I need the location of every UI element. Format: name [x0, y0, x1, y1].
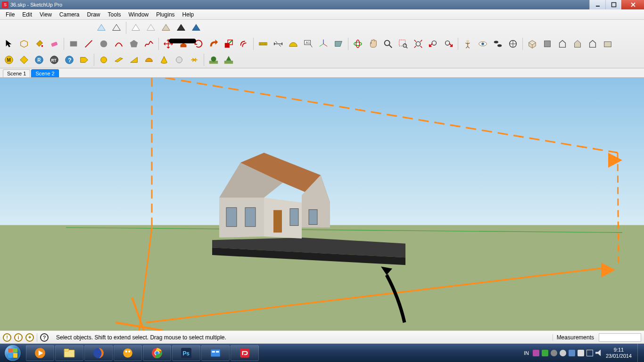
menu-draw[interactable]: Draw: [83, 10, 104, 19]
plugin-diamond-icon[interactable]: [17, 53, 31, 67]
menu-window[interactable]: Window: [125, 10, 153, 19]
tray-icon-2[interactable]: [542, 350, 548, 356]
look-around-icon[interactable]: [476, 37, 490, 51]
shadow-icon[interactable]: [506, 37, 520, 51]
zoom-icon[interactable]: [381, 37, 395, 51]
left-view-icon[interactable]: [601, 37, 615, 51]
minimize-button[interactable]: [589, 0, 605, 9]
show-desktop-button[interactable]: [637, 344, 641, 362]
style-4-icon[interactable]: [144, 21, 158, 35]
plugin-cone-icon[interactable]: [157, 53, 171, 67]
style-7-icon[interactable]: [189, 21, 203, 35]
tray-network-icon[interactable]: [578, 350, 584, 356]
tray-icon-4[interactable]: [560, 350, 566, 356]
zoom-extents-icon[interactable]: [411, 37, 425, 51]
plugin-help-icon[interactable]: ?: [62, 53, 76, 67]
plugin-ball-icon[interactable]: [172, 53, 186, 67]
axes-icon[interactable]: [316, 37, 330, 51]
front-view-icon[interactable]: [555, 37, 570, 51]
circle-icon[interactable]: [97, 37, 111, 51]
plugin-tag-icon[interactable]: [77, 53, 91, 67]
tray-battery-icon[interactable]: [586, 350, 593, 356]
zoom-window-icon[interactable]: [396, 37, 410, 51]
status-geo-icon[interactable]: ⌖: [25, 333, 34, 342]
plugin-dome-icon[interactable]: [142, 53, 156, 67]
plugin-rt-icon[interactable]: RT: [47, 53, 61, 67]
protractor-icon[interactable]: [286, 37, 300, 51]
plugin-tree1-icon[interactable]: [206, 53, 221, 67]
scale-icon[interactable]: [222, 37, 236, 51]
style-3-icon[interactable]: [129, 21, 143, 35]
arc-icon[interactable]: [112, 37, 126, 51]
taskbar-chrome-icon[interactable]: [143, 345, 171, 361]
taskbar-app-blue-icon[interactable]: [201, 345, 230, 361]
scene-tab-2[interactable]: Scene 2: [31, 69, 58, 77]
status-user-icon[interactable]: i: [14, 333, 23, 342]
plugin-tri-icon[interactable]: [127, 53, 141, 67]
taskbar-sketchup-icon[interactable]: [231, 345, 259, 361]
menu-edit[interactable]: Edit: [18, 10, 36, 19]
section-icon[interactable]: [331, 37, 346, 51]
orbit-icon[interactable]: [351, 37, 365, 51]
plugin-r-icon[interactable]: R: [32, 53, 46, 67]
start-button[interactable]: [0, 344, 25, 362]
text-icon[interactable]: A1: [301, 37, 315, 51]
style-6-icon[interactable]: [174, 21, 188, 35]
eraser-icon[interactable]: [47, 37, 61, 51]
plugin-tree2-icon[interactable]: [222, 53, 236, 67]
walk-icon[interactable]: [491, 37, 505, 51]
status-help-icon[interactable]: ?: [40, 333, 49, 342]
select-tool-icon[interactable]: [2, 37, 16, 51]
menu-camera[interactable]: Camera: [56, 10, 83, 19]
followme-icon[interactable]: [206, 37, 221, 51]
status-info-icon[interactable]: !: [3, 333, 11, 342]
right-view-icon[interactable]: [570, 37, 585, 51]
menu-plugins[interactable]: Plugins: [152, 10, 178, 19]
position-camera-icon[interactable]: [461, 37, 475, 51]
svg-point-2: [41, 45, 43, 47]
tray-icon-5[interactable]: [569, 350, 575, 356]
measurements-input[interactable]: [599, 333, 641, 342]
plugin-plane-icon[interactable]: [112, 53, 126, 67]
tray-language[interactable]: IN: [524, 350, 529, 356]
plugin-x-icon[interactable]: [187, 53, 201, 67]
style-2-icon[interactable]: [109, 21, 124, 35]
line-icon[interactable]: [82, 37, 96, 51]
top-view-icon[interactable]: [540, 37, 554, 51]
menu-help[interactable]: Help: [179, 10, 198, 19]
back-view-icon[interactable]: [586, 37, 600, 51]
paint-bucket-icon[interactable]: [32, 37, 46, 51]
maximize-button[interactable]: [605, 0, 621, 9]
menu-file[interactable]: File: [2, 10, 18, 19]
taskbar-app-orange-icon[interactable]: [114, 345, 142, 361]
tray-icon-1[interactable]: [533, 350, 539, 356]
tape-icon[interactable]: [256, 37, 270, 51]
iso-view-icon[interactable]: [525, 37, 539, 51]
make-component-icon[interactable]: [17, 37, 31, 51]
toolbar-styles: [0, 20, 644, 36]
pan-icon[interactable]: [366, 37, 380, 51]
taskbar-mediaplayer-icon[interactable]: [26, 345, 54, 361]
close-button[interactable]: [621, 0, 644, 9]
style-5-icon[interactable]: [159, 21, 173, 35]
plugin-m-icon[interactable]: M: [2, 53, 16, 67]
plugin-sphere-icon[interactable]: [97, 53, 111, 67]
taskbar-photoshop-icon[interactable]: Ps: [172, 345, 200, 361]
dimension-icon[interactable]: [271, 37, 285, 51]
tray-clock[interactable]: 9:11 23/01/2014: [606, 347, 634, 359]
taskbar-firefox-icon[interactable]: [84, 345, 113, 361]
style-1-icon[interactable]: [94, 21, 108, 35]
scene-tab-1[interactable]: Scene 1: [3, 69, 30, 77]
menu-tools[interactable]: Tools: [104, 10, 125, 19]
tray-icon-3[interactable]: [551, 350, 557, 356]
next-icon[interactable]: [441, 37, 455, 51]
viewport-3d[interactable]: [0, 78, 644, 330]
polygon-icon[interactable]: [127, 37, 141, 51]
offset-icon[interactable]: [237, 37, 251, 51]
rectangle-icon[interactable]: [66, 37, 81, 51]
menu-view[interactable]: View: [36, 10, 56, 19]
previous-icon[interactable]: [426, 37, 440, 51]
tray-volume-icon[interactable]: [595, 350, 602, 356]
freehand-icon[interactable]: [142, 37, 156, 51]
taskbar-explorer-icon[interactable]: [55, 345, 83, 361]
